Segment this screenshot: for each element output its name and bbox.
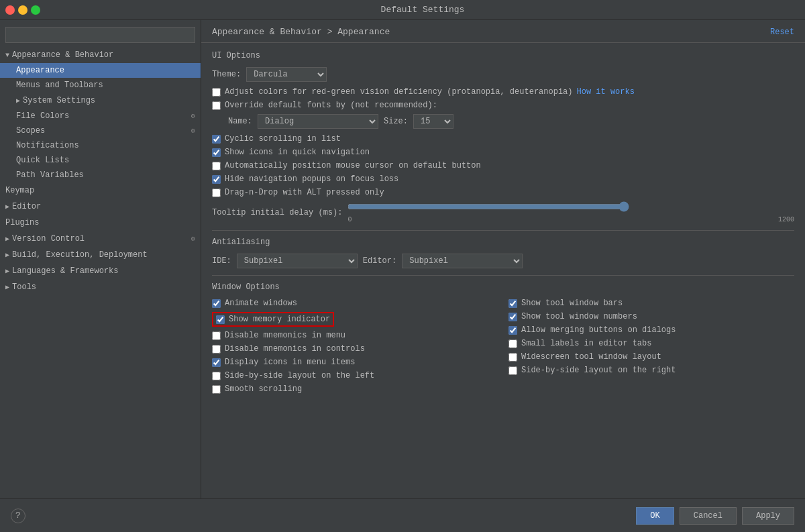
- side-by-side-right-row: Side-by-side layout on the right: [508, 366, 794, 375]
- show-memory-indicator-checkbox[interactable]: [216, 315, 225, 324]
- sidebar-item-system-settings[interactable]: System Settings: [0, 93, 201, 109]
- tooltip-delay-slider-wrapper: 0 1200: [347, 201, 794, 223]
- expand-arrow-icon: [5, 251, 9, 259]
- ui-options-title: UI Options: [212, 51, 794, 60]
- sidebar-item-label: File Colors: [16, 111, 69, 121]
- sidebar-item-appearance[interactable]: Appearance: [0, 63, 201, 78]
- sidebar-item-path-variables[interactable]: Path Variables: [0, 168, 201, 182]
- sidebar-section-label: Languages & Frameworks: [12, 266, 118, 276]
- show-tool-window-bars-checkbox[interactable]: [508, 299, 517, 308]
- side-by-side-right-checkbox[interactable]: [508, 366, 517, 375]
- editor-aa-label: Editor:: [363, 256, 396, 266]
- smooth-scrolling-row: Smooth scrolling: [212, 384, 498, 394]
- sidebar-item-quick-lists[interactable]: Quick Lists: [0, 153, 201, 168]
- search-input[interactable]: [5, 27, 195, 43]
- theme-dropdown[interactable]: Darcula IntelliJ High Contrast: [246, 67, 327, 82]
- cyclic-scrolling-checkbox[interactable]: [212, 135, 221, 144]
- sidebar-item-label: Keymap: [5, 186, 34, 195]
- font-name-label: Name:: [228, 117, 252, 126]
- sidebar-item-label: Appearance: [16, 66, 64, 75]
- auto-mouse-row: Automatically position mouse cursor on d…: [212, 161, 794, 170]
- smooth-scrolling-checkbox[interactable]: [212, 385, 221, 394]
- editor-aa-dropdown[interactable]: SubpixelNoneGreyscale: [402, 254, 523, 268]
- sidebar-item-label: Notifications: [16, 141, 79, 150]
- ide-aa-label: IDE:: [212, 256, 231, 266]
- sidebar-item-languages-frameworks[interactable]: Languages & Frameworks: [0, 263, 201, 279]
- show-tool-window-numbers-row: Show tool window numbers: [508, 312, 794, 321]
- font-row: Name: Dialog Size: 15 1011121314 161820: [228, 114, 794, 129]
- sidebar-item-scopes[interactable]: Scopes ⚙: [0, 123, 201, 138]
- tooltip-delay-slider[interactable]: [347, 201, 629, 212]
- widescreen-tool-window-label: Widescreen tool window layout: [521, 352, 661, 362]
- reset-link[interactable]: Reset: [770, 28, 794, 37]
- how-it-works-link[interactable]: How it works: [576, 87, 634, 97]
- show-memory-indicator-highlight: Show memory indicator: [212, 312, 334, 327]
- expand-arrow-icon: [5, 283, 9, 291]
- antialiasing-row: IDE: SubpixelNoneGreyscale Editor: Subpi…: [212, 254, 794, 268]
- tooltip-delay-row: Tooltip initial delay (ms): 0 1200: [212, 201, 794, 223]
- sidebar-item-file-colors[interactable]: File Colors ⚙: [0, 109, 201, 123]
- sidebar-item-plugins[interactable]: Plugins: [0, 215, 201, 231]
- override-fonts-checkbox[interactable]: [212, 101, 221, 110]
- window-options-left: Animate windows Show memory indicator Di…: [212, 299, 498, 398]
- widescreen-tool-window-checkbox[interactable]: [508, 353, 517, 362]
- sidebar-section-label: Tools: [12, 282, 36, 292]
- cyclic-scrolling-label: Cyclic scrolling in list: [225, 134, 341, 144]
- help-button[interactable]: ?: [11, 509, 25, 523]
- sidebar-item-build-execution[interactable]: Build, Execution, Deployment: [0, 247, 201, 263]
- close-button[interactable]: [5, 5, 15, 15]
- window-controls[interactable]: [5, 5, 40, 15]
- drag-drop-alt-checkbox[interactable]: [212, 189, 221, 197]
- sidebar: Appearance & Behavior Appearance Menus a…: [0, 20, 201, 498]
- display-icons-menu-row: Display icons in menu items: [212, 358, 498, 367]
- maximize-button[interactable]: [31, 5, 40, 15]
- allow-merging-buttons-checkbox[interactable]: [508, 326, 517, 335]
- ok-button[interactable]: OK: [636, 507, 674, 525]
- hide-nav-popups-label: Hide navigation popups on focus loss: [225, 174, 398, 184]
- side-by-side-left-checkbox[interactable]: [212, 372, 221, 380]
- sidebar-item-label: Path Variables: [16, 170, 84, 180]
- sidebar-section-label: Appearance & Behavior: [12, 50, 113, 60]
- slider-min-label: 0: [347, 216, 352, 223]
- breadcrumb: Appearance & Behavior > Appearance Reset: [201, 20, 805, 43]
- sidebar-item-menus-toolbars[interactable]: Menus and Toolbars: [0, 78, 201, 93]
- title-bar: Default Settings: [0, 0, 805, 20]
- footer-buttons: OK Cancel Apply: [636, 507, 794, 525]
- show-icons-nav-row: Show icons in quick navigation: [212, 148, 794, 157]
- allow-merging-buttons-row: Allow merging buttons on dialogs: [508, 325, 794, 335]
- auto-mouse-checkbox[interactable]: [212, 162, 221, 170]
- ide-aa-dropdown[interactable]: SubpixelNoneGreyscale: [237, 254, 358, 268]
- disable-mnemonics-menu-checkbox[interactable]: [212, 331, 221, 340]
- show-tool-window-bars-row: Show tool window bars: [508, 299, 794, 308]
- disable-mnemonics-controls-label: Disable mnemonics in controls: [225, 344, 365, 354]
- animate-windows-checkbox[interactable]: [212, 299, 221, 308]
- sidebar-item-keymap[interactable]: Keymap: [0, 182, 201, 199]
- sidebar-item-tools[interactable]: Tools: [0, 279, 201, 295]
- sidebar-item-version-control[interactable]: Version Control ⚙: [0, 231, 201, 247]
- divider-2: [212, 275, 794, 276]
- adjust-colors-checkbox[interactable]: [212, 88, 221, 97]
- sidebar-section-label: System Settings: [23, 96, 95, 105]
- minimize-button[interactable]: [18, 5, 28, 15]
- sidebar-item-appearance-behavior[interactable]: Appearance & Behavior: [0, 47, 201, 63]
- settings-icon: ⚙: [191, 127, 195, 135]
- small-labels-editor-checkbox[interactable]: [508, 339, 517, 348]
- font-name-dropdown[interactable]: Dialog: [258, 114, 378, 129]
- show-icons-nav-checkbox[interactable]: [212, 148, 221, 157]
- content-scroll: UI Options Theme: Darcula IntelliJ High …: [201, 43, 805, 498]
- display-icons-menu-checkbox[interactable]: [212, 358, 221, 367]
- side-by-side-left-row: Side-by-side layout on the left: [212, 371, 498, 380]
- sidebar-item-editor[interactable]: Editor: [0, 199, 201, 215]
- expand-arrow-icon: [16, 97, 20, 105]
- window-title: Default Settings: [46, 5, 800, 15]
- cancel-button[interactable]: Cancel: [680, 507, 737, 525]
- show-tool-window-numbers-checkbox[interactable]: [508, 313, 517, 321]
- sidebar-item-label: Menus and Toolbars: [16, 81, 103, 90]
- auto-mouse-label: Automatically position mouse cursor on d…: [225, 161, 481, 170]
- disable-mnemonics-controls-checkbox[interactable]: [212, 345, 221, 354]
- apply-button[interactable]: Apply: [742, 507, 794, 525]
- font-size-dropdown[interactable]: 15 1011121314 161820: [413, 114, 453, 129]
- hide-nav-popups-checkbox[interactable]: [212, 175, 221, 184]
- sidebar-item-notifications[interactable]: Notifications: [0, 138, 201, 153]
- slider-max-label: 1200: [778, 216, 794, 223]
